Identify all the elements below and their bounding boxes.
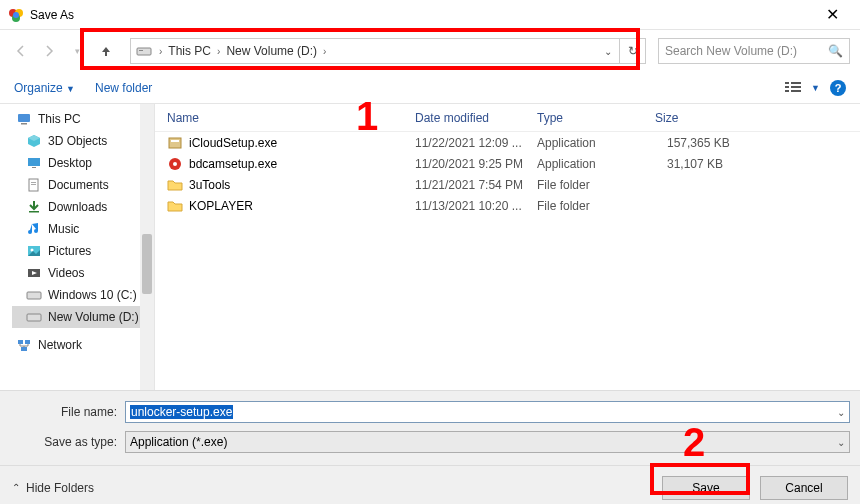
file-name: bdcamsetup.exe: [189, 157, 277, 171]
svg-rect-12: [18, 114, 30, 122]
svg-rect-25: [18, 340, 23, 344]
sidebar: This PC 3D Objects Desktop Documents Dow…: [0, 104, 155, 390]
recent-dropdown-icon[interactable]: ▾: [66, 40, 88, 62]
svg-rect-14: [28, 158, 40, 166]
svg-rect-23: [27, 292, 41, 299]
search-input[interactable]: Search New Volume (D:) 🔍: [658, 38, 850, 64]
sidebar-item-music[interactable]: Music: [12, 218, 154, 240]
file-name: 3uTools: [189, 178, 230, 192]
file-size: 31,107 KB: [655, 157, 860, 171]
svg-rect-18: [31, 184, 36, 185]
back-icon[interactable]: [10, 40, 32, 62]
view-options-button[interactable]: ▼: [785, 81, 820, 95]
file-icon: [167, 135, 183, 151]
chevron-right-icon[interactable]: ›: [321, 46, 328, 57]
save-type-select[interactable]: Application (*.exe) ⌄: [125, 431, 850, 453]
search-icon: 🔍: [828, 44, 843, 58]
svg-rect-19: [29, 211, 39, 213]
sidebar-item-drive-d[interactable]: New Volume (D:): [12, 306, 154, 328]
sidebar-item-network[interactable]: Network: [12, 334, 154, 356]
file-name-label: File name:: [10, 405, 125, 419]
address-bar[interactable]: › This PC › New Volume (D:) › ⌄ ↻: [130, 38, 646, 64]
up-icon[interactable]: [94, 40, 118, 62]
drive-icon: [26, 309, 42, 325]
column-date[interactable]: Date modified: [415, 111, 537, 125]
file-pane: Name Date modified Type Size iCloudSetup…: [155, 104, 860, 390]
sidebar-item-documents[interactable]: Documents: [12, 174, 154, 196]
chevron-down-icon: ▼: [811, 83, 820, 93]
svg-rect-15: [32, 167, 36, 168]
svg-rect-4: [137, 48, 151, 55]
file-icon: [167, 156, 183, 172]
column-size[interactable]: Size: [655, 111, 860, 125]
svg-point-3: [13, 12, 19, 18]
chevron-right-icon[interactable]: ›: [157, 46, 164, 57]
footer: ⌃ Hide Folders Save Cancel: [0, 465, 860, 504]
svg-rect-27: [21, 347, 27, 351]
3d-icon: [26, 133, 42, 149]
address-dropdown-icon[interactable]: ⌄: [597, 46, 619, 57]
sidebar-item-downloads[interactable]: Downloads: [12, 196, 154, 218]
desktop-icon: [26, 155, 42, 171]
toolbar: Organize ▼ New folder ▼ ?: [0, 72, 860, 104]
file-size: 157,365 KB: [655, 136, 860, 150]
sidebar-item-this-pc[interactable]: This PC: [12, 108, 154, 130]
downloads-icon: [26, 199, 42, 215]
new-folder-button[interactable]: New folder: [95, 81, 152, 95]
refresh-icon[interactable]: ↻: [619, 39, 645, 63]
svg-rect-11: [791, 90, 801, 92]
cancel-button[interactable]: Cancel: [760, 476, 848, 500]
svg-rect-17: [31, 182, 36, 183]
main-area: This PC 3D Objects Desktop Documents Dow…: [0, 104, 860, 390]
pictures-icon: [26, 243, 42, 259]
sidebar-item-3d-objects[interactable]: 3D Objects: [12, 130, 154, 152]
svg-rect-24: [27, 314, 41, 321]
column-type[interactable]: Type: [537, 111, 655, 125]
documents-icon: [26, 177, 42, 193]
file-name: KOPLAYER: [189, 199, 253, 213]
chevron-down-icon[interactable]: ⌄: [837, 437, 845, 448]
table-row[interactable]: KOPLAYER11/13/2021 10:20 ...File folder: [155, 195, 860, 216]
sidebar-scrollbar[interactable]: [140, 104, 154, 390]
svg-rect-9: [791, 82, 801, 84]
table-row[interactable]: 3uTools11/21/2021 7:54 PMFile folder: [155, 174, 860, 195]
network-icon: [16, 337, 32, 353]
svg-rect-10: [791, 86, 801, 88]
table-row[interactable]: iCloudSetup.exe11/22/2021 12:09 ...Appli…: [155, 132, 860, 153]
drive-icon: [26, 287, 42, 303]
table-row[interactable]: bdcamsetup.exe11/20/2021 9:25 PMApplicat…: [155, 153, 860, 174]
search-placeholder: Search New Volume (D:): [665, 44, 797, 58]
forward-icon[interactable]: [38, 40, 60, 62]
sidebar-item-desktop[interactable]: Desktop: [12, 152, 154, 174]
sidebar-item-pictures[interactable]: Pictures: [12, 240, 154, 262]
file-type: Application: [537, 157, 655, 171]
file-date: 11/20/2021 9:25 PM: [415, 157, 537, 171]
music-icon: [26, 221, 42, 237]
sidebar-item-videos[interactable]: Videos: [12, 262, 154, 284]
chevron-down-icon[interactable]: ⌄: [837, 407, 845, 418]
breadcrumb-folder[interactable]: New Volume (D:): [222, 44, 321, 58]
organize-button[interactable]: Organize ▼: [14, 81, 75, 95]
file-name: iCloudSetup.exe: [189, 136, 277, 150]
save-type-label: Save as type:: [10, 435, 125, 449]
chevron-right-icon[interactable]: ›: [215, 46, 222, 57]
sidebar-item-drive-c[interactable]: Windows 10 (C:): [12, 284, 154, 306]
svg-point-31: [173, 162, 177, 166]
close-icon[interactable]: ✕: [812, 5, 852, 24]
help-icon[interactable]: ?: [830, 80, 846, 96]
svg-rect-7: [785, 86, 789, 88]
nav-bar: ▾ › This PC › New Volume (D:) › ⌄ ↻ Sear…: [0, 30, 860, 72]
file-type: File folder: [537, 199, 655, 213]
save-button[interactable]: Save: [662, 476, 750, 500]
breadcrumb-root[interactable]: This PC: [164, 44, 215, 58]
pc-icon: [16, 111, 32, 127]
column-headers: Name Date modified Type Size: [155, 104, 860, 132]
file-icon: [167, 177, 183, 193]
hide-folders-button[interactable]: ⌃ Hide Folders: [12, 481, 94, 495]
column-name[interactable]: Name: [155, 111, 415, 125]
svg-rect-29: [171, 140, 179, 142]
svg-rect-28: [169, 138, 181, 148]
videos-icon: [26, 265, 42, 281]
file-name-input[interactable]: unlocker-setup.exe ⌄: [125, 401, 850, 423]
chevron-down-icon: ▼: [66, 84, 75, 94]
